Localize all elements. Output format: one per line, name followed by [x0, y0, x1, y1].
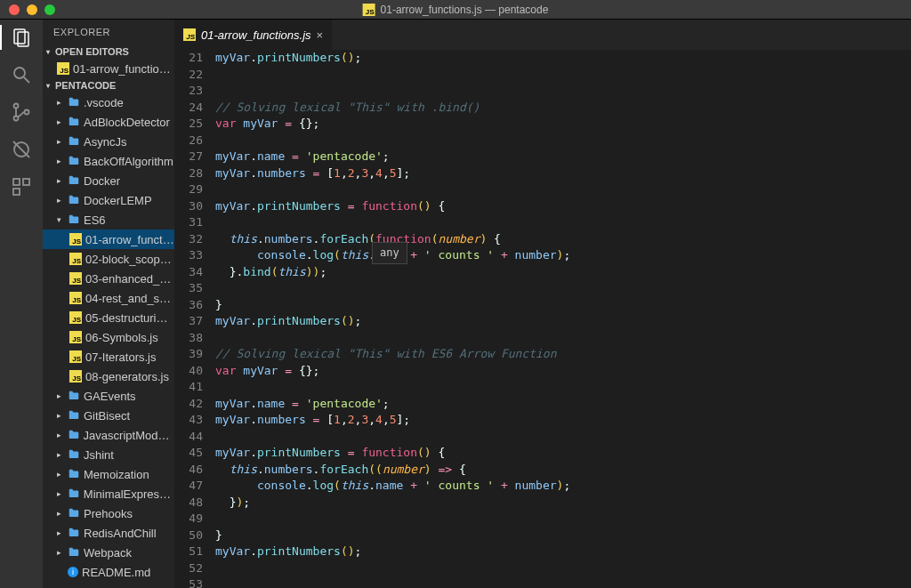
maximize-window[interactable] — [44, 4, 55, 15]
tree-item[interactable]: ▸GAEvents — [43, 386, 174, 406]
chevron-icon: ▸ — [57, 509, 64, 518]
tree-item[interactable]: ▸BackOffAlgorithm — [43, 151, 174, 171]
chevron-icon: ▸ — [57, 548, 64, 557]
code-line[interactable]: myVar.name = 'pentacode'; — [215, 396, 911, 413]
tree-item[interactable]: ▾ES6 — [43, 210, 174, 230]
code-line[interactable]: myVar.numbers = [1,2,3,4,5]; — [215, 165, 911, 182]
minimize-window[interactable] — [27, 4, 37, 15]
tree-item[interactable]: ▸Prehooks — [43, 503, 174, 523]
code-line[interactable]: myVar.numbers = [1,2,3,4,5]; — [215, 412, 911, 429]
tree-item[interactable]: ▸GitBisect — [43, 406, 174, 425]
tab-active[interactable]: JS 01-arrow_functions.js × — [174, 20, 333, 50]
code-line[interactable]: console.log(this.name + ' counts ' + num… — [215, 247, 911, 264]
code-line[interactable] — [215, 181, 911, 198]
tree-item[interactable]: ▸Docker — [43, 171, 174, 190]
code-line[interactable] — [215, 83, 911, 100]
code-line[interactable]: myVar.printNumbers = function() { — [215, 445, 911, 462]
code-line[interactable]: }.bind(this)); — [215, 264, 911, 281]
code-line[interactable] — [215, 214, 911, 231]
code-line[interactable] — [215, 330, 911, 347]
open-editors-section[interactable]: ▾ OPEN EDITORS — [43, 44, 174, 59]
tree-item[interactable]: ▸JavascriptModules — [43, 425, 174, 445]
close-icon[interactable]: × — [317, 28, 324, 42]
tree-item[interactable]: ▸DockerLEMP — [43, 190, 174, 210]
folder-icon — [68, 213, 80, 226]
code-line[interactable]: // Solving lexical "This" with .bind() — [215, 100, 911, 117]
tree-item[interactable]: JS02-block_scop… — [43, 249, 174, 269]
tree-label: Jshint — [84, 448, 114, 462]
search-icon[interactable] — [11, 64, 32, 85]
code-line[interactable] — [215, 429, 911, 446]
source-control-icon[interactable] — [11, 101, 32, 123]
tree-item[interactable]: JS07-Iterators.js — [43, 347, 174, 366]
code-line[interactable]: myVar.printNumbers = function() { — [215, 198, 911, 215]
window-title: JS 01-arrow_functions.js — pentacode — [363, 4, 549, 16]
svg-point-2 — [14, 68, 25, 78]
folder-icon — [68, 468, 80, 480]
svg-point-6 — [25, 110, 29, 115]
tree-item[interactable]: ▸RedisAndChill — [43, 523, 174, 543]
code-line[interactable]: myVar.printNumbers(); — [215, 313, 911, 330]
svg-point-4 — [14, 104, 19, 109]
tree-item[interactable]: JS08-generators.js — [43, 366, 174, 386]
js-icon: JS — [69, 370, 82, 383]
code-line[interactable] — [215, 133, 911, 149]
code-line[interactable]: this.numbers.forEach(function(number) { — [215, 231, 911, 248]
info-icon: i — [68, 567, 78, 577]
close-window[interactable] — [9, 4, 20, 15]
tree-label: GAEvents — [84, 390, 136, 403]
code-content[interactable]: any myVar.printNumbers(); // Solving lex… — [215, 50, 911, 588]
titlebar: JS 01-arrow_functions.js — pentacode — [0, 0, 911, 20]
tree-item[interactable]: JS01-arrow_funct… — [43, 230, 174, 249]
sidebar: EXPLORER ▾ OPEN EDITORS JS 01-arrow_func… — [43, 20, 174, 588]
code-line[interactable] — [215, 379, 911, 396]
tree-item[interactable]: JS04-rest_and_s… — [43, 288, 174, 308]
debug-icon[interactable] — [11, 139, 32, 160]
code-line[interactable]: myVar.name = 'pentacode'; — [215, 149, 911, 165]
code-line[interactable]: } — [215, 297, 911, 314]
activity-bar — [0, 20, 43, 588]
tree-item[interactable]: ▸Jshint — [43, 445, 174, 464]
code-line[interactable]: } — [215, 528, 911, 544]
tree-item[interactable]: ▸.vscode — [43, 93, 174, 112]
code-line[interactable] — [215, 67, 911, 84]
tree-item[interactable]: ▸Memoization — [43, 464, 174, 484]
window-controls — [0, 4, 55, 15]
svg-line-3 — [24, 77, 29, 83]
code-line[interactable]: }); — [215, 495, 911, 511]
code-line[interactable]: // Solving lexical "This" with ES6 Arrow… — [215, 346, 911, 363]
code-line[interactable]: myVar.printNumbers(); — [215, 544, 911, 560]
code-line[interactable]: var myVar = {}; — [215, 363, 911, 380]
chevron-icon: ▸ — [57, 431, 64, 439]
folder-icon — [68, 409, 80, 422]
explorer-icon[interactable] — [11, 27, 32, 48]
line-gutter: 2122232425262728293031323334353637383940… — [174, 50, 215, 588]
js-icon: JS — [69, 233, 82, 246]
js-icon: JS — [363, 4, 375, 16]
code-line[interactable] — [215, 280, 911, 297]
code-line[interactable] — [215, 560, 911, 577]
tree-item[interactable]: JS03-enhanced_… — [43, 269, 174, 288]
code-line[interactable]: console.log(this.name + ' counts ' + num… — [215, 478, 911, 495]
open-editor-item[interactable]: JS 01-arrow_functio… — [43, 59, 174, 78]
chevron-icon: ▸ — [57, 137, 64, 146]
code-line[interactable]: myVar.printNumbers(); — [215, 50, 911, 67]
tree-label: 01-arrow_funct… — [85, 233, 174, 246]
tree-item[interactable]: JS05-destructuri… — [43, 308, 174, 327]
folder-icon — [68, 507, 80, 520]
code-line[interactable] — [215, 511, 911, 528]
code-line[interactable] — [215, 576, 911, 588]
folder-icon — [68, 155, 80, 167]
project-section[interactable]: ▾ PENTACODE — [43, 78, 174, 93]
extensions-icon[interactable] — [11, 176, 32, 197]
tree-item[interactable]: JS06-Symbols.js — [43, 327, 174, 347]
tree-item[interactable]: iREADME.md — [43, 562, 174, 582]
tree-item[interactable]: ▸Webpack — [43, 543, 174, 562]
code-line[interactable]: this.numbers.forEach((number) => { — [215, 462, 911, 479]
tree-item[interactable]: ▸AsyncJs — [43, 132, 174, 151]
js-icon: JS — [69, 253, 82, 265]
tree-item[interactable]: ▸MinimalExpress… — [43, 484, 174, 503]
tree-item[interactable]: ▸AdBlockDetector — [43, 112, 174, 132]
code-line[interactable]: var myVar = {}; — [215, 116, 911, 133]
code-area[interactable]: 2122232425262728293031323334353637383940… — [174, 50, 911, 588]
